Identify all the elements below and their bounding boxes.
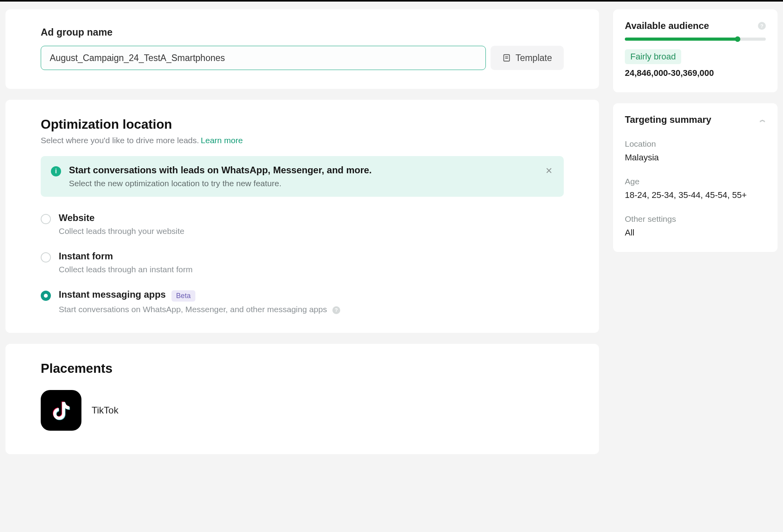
optimization-options: Website Collect leads through your websi…: [41, 212, 564, 314]
close-icon: ✕: [545, 166, 552, 176]
tiktok-logo-icon: [41, 390, 81, 431]
audience-meter-knob: [735, 36, 740, 42]
option-instant-messaging[interactable]: Instant messaging apps Beta Start conver…: [41, 289, 564, 314]
ad-group-card: Ad group name Template: [5, 9, 599, 89]
template-icon: [502, 53, 511, 63]
option-label: Instant messaging apps: [59, 289, 166, 300]
banner-body: Select the new optimization location to …: [69, 179, 372, 188]
help-icon[interactable]: ?: [332, 306, 340, 314]
banner-close-button[interactable]: ✕: [544, 166, 554, 176]
audience-status-badge: Fairly broad: [625, 49, 681, 64]
optimization-title: Optimization location: [41, 117, 564, 132]
summary-value: Malaysia: [625, 153, 766, 163]
beta-badge: Beta: [171, 290, 195, 302]
template-button[interactable]: Template: [491, 46, 564, 70]
learn-more-link[interactable]: Learn more: [201, 136, 243, 145]
summary-label: Location: [625, 139, 766, 149]
radio-icon: [41, 291, 51, 301]
radio-icon: [41, 252, 51, 262]
available-audience-title: Available audience: [625, 20, 709, 31]
ad-group-name-label: Ad group name: [41, 27, 564, 38]
info-icon: i: [51, 166, 61, 176]
placement-label: TikTok: [92, 405, 118, 416]
targeting-summary-title: Targeting summary: [625, 114, 711, 125]
optimization-card: Optimization location Select where you'd…: [5, 100, 599, 333]
option-label: Instant form: [59, 251, 193, 262]
summary-value: All: [625, 228, 766, 238]
help-icon[interactable]: ?: [758, 22, 766, 30]
audience-meter-fill: [625, 38, 738, 41]
option-label: Website: [59, 212, 184, 223]
option-desc: Start conversations on WhatsApp, Messeng…: [59, 305, 327, 314]
collapse-button[interactable]: ︽: [760, 116, 766, 124]
audience-range: 24,846,000-30,369,000: [625, 68, 766, 78]
banner-title: Start conversations with leads on WhatsA…: [69, 165, 372, 176]
targeting-summary-card: Targeting summary ︽ Location Malaysia Ag…: [613, 103, 778, 252]
ad-group-name-input[interactable]: [41, 46, 486, 70]
summary-row-other: Other settings All: [625, 214, 766, 238]
placements-title: Placements: [41, 361, 564, 376]
summary-value: 18-24, 25-34, 35-44, 45-54, 55+: [625, 190, 766, 200]
radio-icon: [41, 214, 51, 224]
available-audience-card: Available audience ? Fairly broad 24,846…: [613, 9, 778, 92]
info-banner: i Start conversations with leads on What…: [41, 156, 564, 197]
option-desc: Collect leads through an instant form: [59, 265, 193, 274]
placement-tiktok[interactable]: TikTok: [41, 390, 564, 431]
chevron-up-icon: ︽: [760, 116, 766, 123]
option-desc: Collect leads through your website: [59, 226, 184, 236]
template-button-label: Template: [516, 53, 552, 63]
summary-label: Age: [625, 177, 766, 186]
option-website[interactable]: Website Collect leads through your websi…: [41, 212, 564, 236]
option-instant-form[interactable]: Instant form Collect leads through an in…: [41, 251, 564, 274]
summary-label: Other settings: [625, 214, 766, 224]
optimization-subtitle: Select where you'd like to drive more le…: [41, 136, 199, 145]
audience-meter: [625, 38, 766, 41]
placements-card: Placements TikTok: [5, 344, 599, 454]
summary-row-location: Location Malaysia: [625, 139, 766, 163]
summary-row-age: Age 18-24, 25-34, 35-44, 45-54, 55+: [625, 177, 766, 200]
